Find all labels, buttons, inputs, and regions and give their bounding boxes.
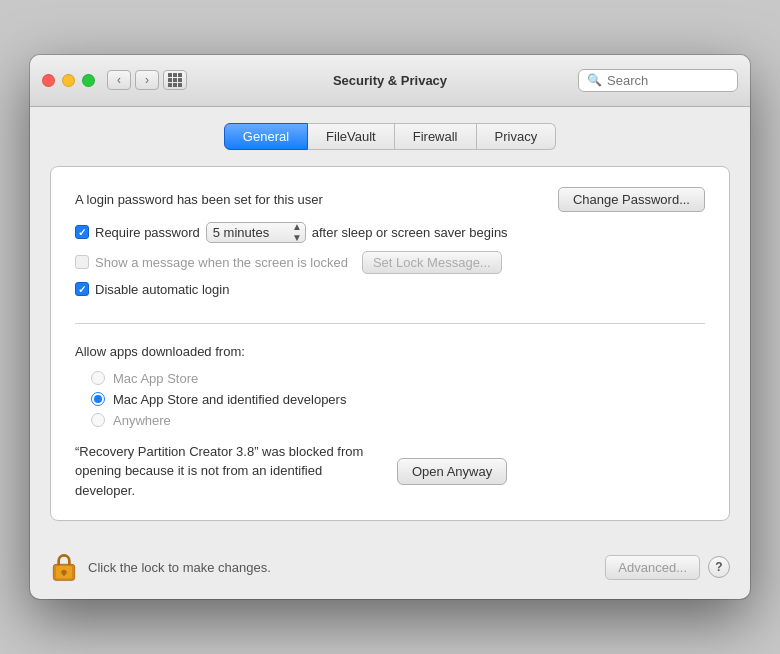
login-password-row: A login password has been set for this u… [75,187,705,212]
minimize-button[interactable] [62,74,75,87]
radio-label-mac-app-store: Mac App Store [113,371,198,386]
apps-section: Allow apps downloaded from: Mac App Stor… [75,344,705,501]
bottom-right-buttons: Advanced... ? [605,555,730,580]
set-lock-message-button: Set Lock Message... [362,251,502,274]
svg-rect-3 [63,573,65,577]
close-button[interactable] [42,74,55,87]
tab-firewall[interactable]: Firewall [395,123,477,150]
radio-row-mac-app-store-identified: Mac App Store and identified developers [91,392,705,407]
nav-buttons: ‹ › [107,70,159,90]
open-anyway-button[interactable]: Open Anyway [397,458,507,485]
advanced-button: Advanced... [605,555,700,580]
tab-bar: General FileVault Firewall Privacy [50,123,730,150]
radio-row-mac-app-store: Mac App Store [91,371,705,386]
window-title: Security & Privacy [333,73,447,88]
show-message-label: Show a message when the screen is locked [95,255,348,270]
grid-icon [168,73,182,87]
tab-general[interactable]: General [224,123,308,150]
radio-label-mac-app-store-identified: Mac App Store and identified developers [113,392,346,407]
tab-privacy[interactable]: Privacy [477,123,557,150]
maximize-button[interactable] [82,74,95,87]
search-icon: 🔍 [587,73,602,87]
allow-apps-title: Allow apps downloaded from: [75,344,705,359]
back-button[interactable]: ‹ [107,70,131,90]
radio-mac-app-store-identified[interactable] [91,392,105,406]
traffic-lights [42,74,95,87]
change-password-button[interactable]: Change Password... [558,187,705,212]
lock-icon [50,551,78,583]
titlebar: ‹ › Security & Privacy 🔍 [30,55,750,107]
tab-filevault[interactable]: FileVault [308,123,395,150]
disable-login-row: Disable automatic login [75,282,705,297]
forward-button[interactable]: › [135,70,159,90]
blocked-app-message: “Recovery Partition Creator 3.8” was blo… [75,442,385,501]
main-window: ‹ › Security & Privacy 🔍 General FileVau… [30,55,750,600]
search-input[interactable] [607,73,729,88]
disable-login-checkbox[interactable] [75,282,89,296]
search-box[interactable]: 🔍 [578,69,738,92]
require-password-row: Require password 5 minutes immediately 5… [75,222,705,243]
show-message-row: Show a message when the screen is locked… [75,251,705,274]
grid-button[interactable] [163,70,187,90]
settings-panel: A login password has been set for this u… [50,166,730,522]
radio-group: Mac App Store Mac App Store and identifi… [91,371,705,428]
password-duration-select[interactable]: 5 minutes immediately 5 seconds 1 minute… [206,222,306,243]
bottom-bar: Click the lock to make changes. Advanced… [30,541,750,599]
require-password-checkbox[interactable] [75,225,89,239]
blocked-app-row: “Recovery Partition Creator 3.8” was blo… [75,442,705,501]
content-area: General FileVault Firewall Privacy A log… [30,107,750,542]
password-section: A login password has been set for this u… [75,187,705,324]
help-button[interactable]: ? [708,556,730,578]
lock-text: Click the lock to make changes. [88,560,271,575]
disable-login-label: Disable automatic login [95,282,229,297]
password-duration-select-wrap: 5 minutes immediately 5 seconds 1 minute… [206,222,306,243]
radio-label-anywhere: Anywhere [113,413,171,428]
radio-anywhere[interactable] [91,413,105,427]
show-message-checkbox[interactable] [75,255,89,269]
radio-mac-app-store[interactable] [91,371,105,385]
require-password-label: Require password [95,225,200,240]
login-password-label: A login password has been set for this u… [75,192,323,207]
require-password-suffix: after sleep or screen saver begins [312,225,508,240]
radio-row-anywhere: Anywhere [91,413,705,428]
